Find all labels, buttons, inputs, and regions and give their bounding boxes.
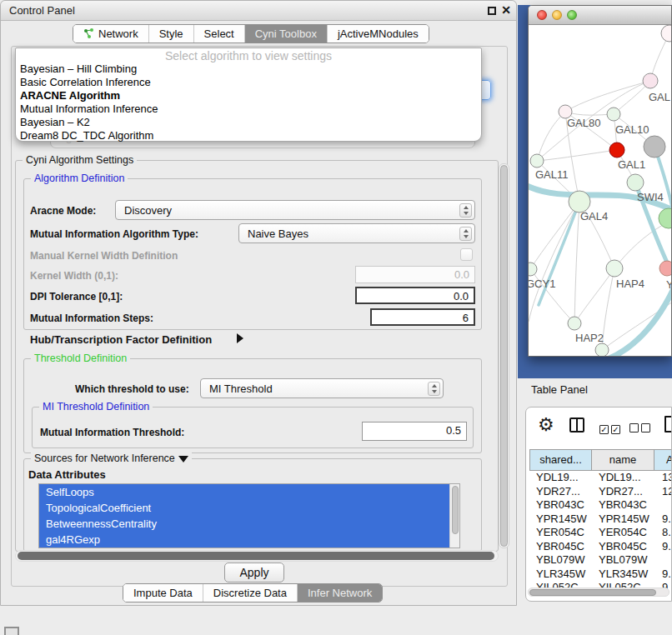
table-row[interactable]: YLR345WYLR345W9. bbox=[529, 568, 672, 582]
select-all-columns-icon[interactable]: ✓✓ bbox=[599, 421, 623, 436]
table-panel-title: Table Panel bbox=[531, 383, 588, 396]
column-header-partial[interactable]: A bbox=[654, 450, 672, 470]
data-attributes-list: SelfLoops TopologicalCoefficient Between… bbox=[38, 483, 460, 548]
tab-jactivemnodules[interactable]: jActiveMNodules bbox=[327, 25, 429, 42]
columns-icon[interactable] bbox=[569, 418, 584, 432]
tab-cyni-toolbox[interactable]: Cyni Toolbox bbox=[244, 25, 327, 42]
spinner-icon[interactable] bbox=[459, 227, 472, 241]
close-icon[interactable]: ✕ bbox=[501, 3, 511, 17]
group-title: Sources for Network Inference bbox=[31, 452, 192, 464]
which-threshold-combobox[interactable]: MI Threshold bbox=[200, 378, 444, 398]
column-header-name[interactable]: name bbox=[591, 450, 654, 470]
control-panel-titlebar[interactable]: Control Panel ✕ bbox=[1, 1, 516, 21]
spinner-icon[interactable] bbox=[459, 203, 472, 218]
list-item[interactable]: gal4RGexp bbox=[39, 532, 459, 548]
node-label: GAL1 bbox=[618, 158, 645, 171]
dpi-tolerance-field[interactable]: 0.0 bbox=[355, 287, 475, 304]
tab-impute-data[interactable]: Impute Data bbox=[123, 584, 203, 602]
minimize-traffic-light[interactable] bbox=[552, 10, 562, 20]
bottom-tabbar: Impute Data Discretize Data Infer Networ… bbox=[123, 583, 383, 602]
tab-label: Impute Data bbox=[133, 587, 193, 599]
spinner-icon[interactable] bbox=[428, 382, 440, 396]
dropdown-item[interactable]: Bayesian – K2 bbox=[16, 116, 481, 129]
dropdown-item[interactable]: Mutual Information Inference bbox=[16, 102, 481, 116]
node-y[interactable] bbox=[659, 261, 672, 276]
node-gal10[interactable] bbox=[607, 108, 620, 121]
panel-grip-icon[interactable] bbox=[4, 627, 19, 635]
tab-label: Discretize Data bbox=[213, 587, 287, 599]
node-label: GAL bbox=[649, 91, 670, 103]
settings-horizontal-scrollbar[interactable] bbox=[15, 550, 499, 562]
aracne-mode-value: Discovery bbox=[124, 204, 172, 217]
tab-label: Select bbox=[204, 28, 234, 40]
zoom-traffic-light[interactable] bbox=[567, 10, 577, 20]
node-label: GAL80 bbox=[567, 117, 600, 129]
which-threshold-value: MI Threshold bbox=[209, 382, 273, 395]
float-icon[interactable] bbox=[488, 7, 496, 15]
expand-arrow-icon[interactable] bbox=[237, 333, 243, 343]
mi-steps-field[interactable]: 6 bbox=[370, 308, 475, 326]
gear-icon[interactable]: ⚙ bbox=[538, 414, 554, 436]
mi-threshold-label: Mutual Information Threshold: bbox=[40, 427, 184, 438]
node-label: GAL10 bbox=[615, 123, 649, 136]
collapse-arrow-icon[interactable] bbox=[178, 456, 188, 462]
dropdown-item[interactable]: Basic Correlation Inference bbox=[16, 76, 481, 89]
node-gal1[interactable] bbox=[609, 142, 624, 158]
list-scrollbar[interactable] bbox=[449, 484, 459, 548]
network-canvas[interactable]: GAL GAL80 GAL10 GAL1 GAL11 SWI4 GAL4 GCY… bbox=[529, 25, 672, 357]
list-item[interactable]: BetweennessCentrality bbox=[39, 516, 459, 532]
list-item[interactable]: TopologicalCoefficient bbox=[39, 500, 459, 516]
node-gcy1[interactable] bbox=[529, 262, 537, 276]
node-swi4[interactable] bbox=[627, 174, 644, 191]
aracne-mode-combobox[interactable]: Discovery bbox=[115, 200, 475, 220]
table-horizontal-scrollbar[interactable] bbox=[528, 588, 669, 597]
dpi-tolerance-label: DPI Tolerance [0,1]: bbox=[30, 291, 123, 302]
node-hap4[interactable] bbox=[606, 260, 623, 277]
table-row[interactable]: YDR27...YDR27...12 bbox=[529, 485, 672, 499]
table-row[interactable]: YBL079WYBL079W bbox=[529, 553, 672, 568]
list-item[interactable]: SelfLoops bbox=[39, 484, 459, 500]
data-attributes-label: Data Attributes bbox=[28, 468, 106, 481]
document-icon[interactable] bbox=[664, 416, 672, 432]
table-row[interactable]: YBR045CYBR045C9. bbox=[529, 540, 672, 554]
column-header-shared[interactable]: shared... bbox=[529, 450, 592, 470]
mi-threshold-field[interactable]: 0.5 bbox=[362, 422, 467, 441]
apply-button[interactable]: Apply bbox=[224, 562, 284, 582]
table-row[interactable]: YBR043CYBR043C bbox=[529, 498, 672, 512]
node-green[interactable] bbox=[659, 208, 672, 228]
deselect-all-columns-icon[interactable] bbox=[629, 421, 653, 436]
table-row[interactable]: YER054CYER054C8. bbox=[529, 526, 672, 540]
mi-steps-label: Mutual Information Steps: bbox=[30, 312, 153, 324]
hub-definition-label: Hub/Transcription Factor Definition bbox=[30, 333, 212, 346]
kernel-width-field[interactable]: 0.0 bbox=[355, 266, 475, 283]
tab-select[interactable]: Select bbox=[193, 25, 244, 42]
node-label: GAL4 bbox=[580, 210, 608, 222]
kernel-width-label: Kernel Width (0,1): bbox=[30, 270, 118, 282]
table-row[interactable]: YDL19...YDL19...13 bbox=[529, 471, 672, 485]
group-title: Algorithm Definition bbox=[31, 172, 128, 184]
tab-label: Style bbox=[159, 28, 183, 40]
settings-vertical-scrollbar[interactable] bbox=[499, 163, 509, 548]
node-hap2[interactable] bbox=[568, 317, 581, 330]
dropdown-item[interactable]: Dream8 DC_TDC Algorithm bbox=[16, 129, 481, 142]
tab-discretize-data[interactable]: Discretize Data bbox=[203, 584, 297, 602]
node-gray[interactable] bbox=[644, 136, 665, 158]
mi-type-combobox[interactable]: Naive Bayes bbox=[238, 223, 475, 243]
tab-infer-network[interactable]: Infer Network bbox=[297, 584, 382, 602]
close-traffic-light[interactable] bbox=[537, 10, 547, 20]
table-row[interactable]: YPR145WYPR145W9. bbox=[529, 512, 672, 527]
network-window-titlebar[interactable] bbox=[529, 6, 671, 25]
node[interactable] bbox=[595, 343, 609, 357]
node-gal[interactable] bbox=[643, 73, 658, 88]
control-panel-title: Control Panel bbox=[9, 4, 75, 17]
dropdown-item[interactable]: Bayesian – Hill Climbing bbox=[16, 62, 481, 76]
node[interactable] bbox=[661, 25, 672, 42]
table-rows: YDL19...YDL19...13 YDR27...YDR27...12 YB… bbox=[529, 471, 672, 595]
manual-kernel-checkbox[interactable] bbox=[460, 248, 473, 261]
tab-network[interactable]: Network bbox=[73, 25, 148, 42]
tab-style[interactable]: Style bbox=[148, 25, 193, 42]
group-title: Cyni Algorithm Settings bbox=[23, 154, 137, 166]
node-gal11[interactable] bbox=[530, 154, 544, 168]
dropdown-item-selected[interactable]: ARACNE Algorithm bbox=[16, 89, 481, 102]
table-panel: ⚙ ✓✓ shared... name A YDL19...YDL19...13… bbox=[525, 407, 672, 602]
